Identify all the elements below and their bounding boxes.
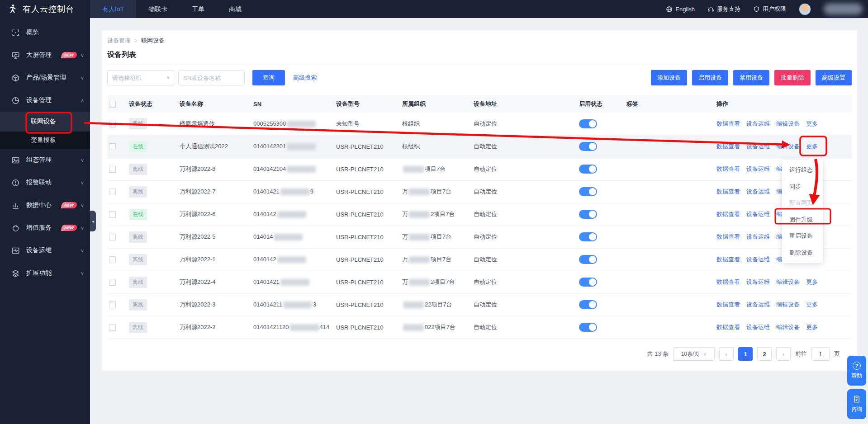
sidebar-item-scada-mgmt[interactable]: 组态管理 ∨ — [0, 149, 90, 171]
select-all-checkbox[interactable] — [109, 101, 116, 108]
next-page-button[interactable]: › — [776, 347, 791, 361]
sidebar-collapse-handle[interactable]: ◂ — [90, 211, 96, 231]
sidebar-item-alarm-linkage[interactable]: 报警联动 ∨ — [0, 171, 90, 194]
menu-item-firmware-upgrade[interactable]: 固件升级 — [782, 212, 823, 228]
device-ops-link[interactable]: 设备运维 — [746, 324, 770, 330]
sn-redacted — [280, 188, 309, 195]
data-view-link[interactable]: 数据查看 — [716, 233, 740, 240]
tab-mall[interactable]: 商城 — [217, 0, 254, 18]
page-size-select[interactable]: 10条/页 ∨ — [673, 347, 715, 361]
sidebar-item-device-ops[interactable]: 设备运维 ∨ — [0, 239, 90, 262]
sidebar-item-value-added[interactable]: 增值服务 NEW ∨ — [0, 217, 90, 239]
sn-redacted — [277, 256, 306, 263]
row-checkbox[interactable] — [109, 324, 116, 331]
enable-toggle[interactable] — [579, 300, 597, 309]
enable-toggle[interactable] — [579, 255, 597, 264]
tab-iot-card[interactable]: 物联卡 — [136, 0, 180, 18]
data-view-link[interactable]: 数据查看 — [716, 188, 740, 195]
data-view-link[interactable]: 数据查看 — [716, 165, 740, 172]
add-device-button[interactable]: 添加设备 — [651, 70, 687, 85]
device-ops-link[interactable]: 设备运维 — [746, 211, 770, 217]
device-name: 万利源2022-3 — [180, 293, 253, 316]
data-view-link[interactable]: 数据查看 — [716, 256, 740, 263]
more-link[interactable]: 更多 — [806, 324, 818, 330]
device-ops-link[interactable]: 设备运维 — [746, 233, 770, 240]
enable-toggle[interactable] — [579, 165, 597, 174]
batch-delete-button[interactable]: 批量删除 — [774, 70, 811, 85]
enable-toggle[interactable] — [579, 142, 597, 151]
row-checkbox[interactable] — [109, 188, 116, 195]
row-checkbox[interactable] — [109, 256, 116, 263]
sidebar-item-variable-template[interactable]: 变量模板 — [0, 132, 90, 149]
query-button[interactable]: 查询 — [252, 70, 285, 85]
user-permission[interactable]: 用户权限 — [753, 5, 786, 13]
tab-work-order[interactable]: 工单 — [180, 0, 217, 18]
menu-item-restart-device[interactable]: 重启设备 — [782, 228, 823, 245]
sidebar-item-device-mgmt[interactable]: 设备管理 ∧ — [0, 89, 90, 112]
edit-device-link[interactable]: 编辑设备 — [776, 324, 800, 330]
disable-device-button[interactable]: 禁用设备 — [733, 70, 769, 85]
enable-toggle[interactable] — [579, 119, 597, 128]
menu-item-sync[interactable]: 同步 — [782, 179, 823, 195]
advanced-search-link[interactable]: 高级搜索 — [293, 74, 317, 82]
device-ops-link[interactable]: 设备运维 — [746, 165, 770, 172]
menu-item-run-scada[interactable]: 运行组态 — [782, 162, 823, 179]
sidebar-item-data-center[interactable]: 数据中心 NEW ∨ — [0, 194, 90, 217]
edit-device-link[interactable]: 编辑设备 — [776, 278, 800, 285]
data-view-link[interactable]: 数据查看 — [716, 278, 740, 285]
advanced-settings-button[interactable]: 高级设置 — [816, 70, 852, 85]
device-address: 自动定位 — [474, 158, 579, 180]
more-link[interactable]: 更多 — [806, 301, 818, 308]
consult-button[interactable]: 咨询 — [847, 389, 866, 419]
enable-device-button[interactable]: 启用设备 — [692, 70, 728, 85]
row-checkbox[interactable] — [109, 121, 116, 127]
sidebar-item-extensions[interactable]: 扩展功能 ∨ — [0, 262, 90, 284]
search-input[interactable] — [178, 70, 245, 85]
menu-item-delete-device[interactable]: 删除设备 — [782, 245, 823, 261]
row-checkbox[interactable] — [109, 234, 116, 240]
row-checkbox[interactable] — [109, 143, 116, 150]
prev-page-button[interactable]: ‹ — [719, 347, 734, 361]
more-link[interactable]: 更多 — [806, 120, 818, 127]
sidebar-item-overview[interactable]: 概览 — [0, 21, 90, 44]
sn-redacted — [280, 279, 309, 286]
service-support[interactable]: 服务支持 — [707, 5, 740, 13]
row-checkbox[interactable] — [109, 166, 116, 173]
enable-toggle[interactable] — [579, 187, 597, 196]
data-view-link[interactable]: 数据查看 — [716, 143, 740, 150]
edit-device-link[interactable]: 编辑设备 — [776, 301, 800, 308]
more-link[interactable]: 更多 — [806, 143, 818, 150]
more-link[interactable]: 更多 — [806, 278, 818, 285]
enable-toggle[interactable] — [579, 210, 597, 219]
edit-device-link[interactable]: 编辑设备 — [776, 120, 800, 127]
data-view-link[interactable]: 数据查看 — [716, 120, 740, 127]
data-view-link[interactable]: 数据查看 — [716, 324, 740, 330]
data-view-link[interactable]: 数据查看 — [716, 301, 740, 308]
enable-toggle[interactable] — [579, 232, 597, 241]
sidebar-item-networked-devices[interactable]: 联网设备 — [0, 112, 90, 132]
tab-usr-iot[interactable]: 有人IoT — [90, 0, 136, 18]
enable-toggle[interactable] — [579, 323, 597, 332]
sidebar-item-product-scene[interactable]: 产品/场景管理 ∨ — [0, 66, 90, 89]
edit-device-link[interactable]: 编辑设备 — [776, 143, 800, 150]
goto-page-input[interactable] — [811, 347, 830, 361]
device-ops-link[interactable]: 设备运维 — [746, 120, 770, 127]
sidebar-item-screen-mgmt[interactable]: 大屏管理 NEW ∨ — [0, 44, 90, 66]
device-ops-link[interactable]: 设备运维 — [746, 301, 770, 308]
data-view-link[interactable]: 数据查看 — [716, 211, 740, 217]
row-checkbox[interactable] — [109, 211, 116, 218]
page-2-button[interactable]: 2 — [757, 347, 772, 361]
avatar[interactable] — [799, 3, 811, 15]
device-ops-link[interactable]: 设备运维 — [746, 278, 770, 285]
device-ops-link[interactable]: 设备运维 — [746, 256, 770, 263]
row-checkbox[interactable] — [109, 302, 116, 308]
page-1-button[interactable]: 1 — [738, 347, 753, 361]
help-button[interactable]: ? 帮助 — [847, 356, 866, 386]
enable-toggle[interactable] — [579, 278, 597, 287]
org-select[interactable] — [107, 70, 174, 85]
device-ops-link[interactable]: 设备运维 — [746, 143, 770, 150]
device-ops-link[interactable]: 设备运维 — [746, 188, 770, 195]
breadcrumb-parent[interactable]: 设备管理 — [107, 37, 131, 45]
row-checkbox[interactable] — [109, 279, 116, 286]
language-switch[interactable]: English — [666, 6, 695, 13]
